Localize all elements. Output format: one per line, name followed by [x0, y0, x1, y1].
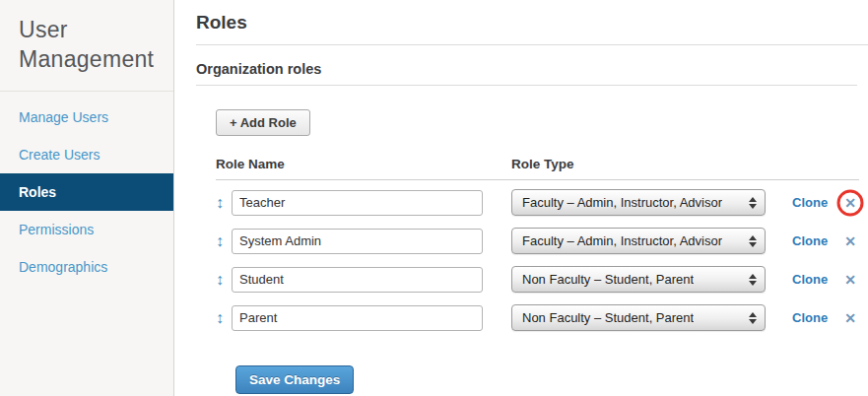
clone-link[interactable]: Clone	[792, 195, 832, 210]
role-row: ↕ Non Faculty – Student, Parent Clone ✕	[216, 266, 868, 293]
drag-handle-icon[interactable]: ↕	[216, 272, 232, 288]
delete-x-icon[interactable]: ✕	[844, 311, 856, 325]
role-type-selected-value: Non Faculty – Student, Parent	[512, 310, 694, 325]
role-type-selected-value: Non Faculty – Student, Parent	[512, 272, 694, 287]
sidebar-item-label: Demographics	[19, 259, 107, 275]
drag-handle-icon[interactable]: ↕	[216, 233, 232, 249]
page-title: Roles	[196, 12, 868, 33]
clone-link[interactable]: Clone	[792, 310, 832, 325]
sidebar-item-roles[interactable]: Roles	[0, 173, 173, 211]
role-type-select[interactable]: Non Faculty – Student, Parent	[511, 304, 766, 331]
sidebar-item-create-users[interactable]: Create Users	[0, 136, 173, 173]
role-name-input[interactable]	[232, 190, 483, 216]
delete-x-icon[interactable]: ✕	[844, 196, 856, 210]
divider	[196, 85, 857, 86]
section-title: Organization roles	[196, 61, 868, 77]
select-updown-arrows-icon	[749, 197, 757, 209]
sidebar-item-demographics[interactable]: Demographics	[0, 248, 173, 286]
delete-wrap: ✕	[841, 271, 859, 289]
divider	[216, 179, 859, 180]
sidebar-item-permissions[interactable]: Permissions	[0, 211, 173, 248]
sidebar-item-label: Roles	[19, 184, 56, 200]
role-type-selected-value: Faculty – Admin, Instructor, Advisor	[512, 233, 722, 248]
divider	[196, 44, 868, 45]
table-header: Role Name Role Type	[216, 157, 868, 171]
role-type-select[interactable]: Faculty – Admin, Instructor, Advisor	[511, 228, 766, 254]
role-name-input[interactable]	[232, 267, 483, 293]
sidebar-title: User Management	[0, 0, 173, 91]
role-type-select[interactable]: Non Faculty – Student, Parent	[511, 266, 766, 293]
drag-handle-icon[interactable]: ↕	[216, 195, 232, 211]
sidebar-nav: Manage Users Create Users Roles Permissi…	[0, 92, 173, 286]
role-row: ↕ Faculty – Admin, Instructor, Advisor C…	[216, 189, 868, 216]
delete-x-icon[interactable]: ✕	[844, 273, 856, 287]
column-header-role-name: Role Name	[216, 157, 483, 171]
sidebar-item-label: Manage Users	[19, 109, 108, 125]
select-updown-arrows-icon	[749, 235, 757, 247]
delete-wrap: ✕	[841, 232, 859, 250]
sidebar-item-manage-users[interactable]: Manage Users	[0, 99, 173, 136]
sidebar-item-label: Permissions	[19, 222, 94, 237]
role-row: ↕ Faculty – Admin, Instructor, Advisor C…	[216, 228, 868, 254]
save-changes-button[interactable]: Save Changes	[235, 365, 354, 394]
clone-link[interactable]: Clone	[792, 272, 832, 287]
role-row: ↕ Non Faculty – Student, Parent Clone ✕	[216, 304, 868, 331]
column-header-role-type: Role Type	[511, 157, 766, 171]
add-role-button[interactable]: + Add Role	[216, 109, 310, 136]
role-type-selected-value: Faculty – Admin, Instructor, Advisor	[512, 195, 722, 210]
main-content: Roles Organization roles + Add Role Role…	[175, 0, 868, 396]
sidebar-item-label: Create Users	[19, 147, 100, 163]
roles-table: + Add Role Role Name Role Type ↕ Faculty…	[216, 109, 868, 394]
sidebar: User Management Manage Users Create User…	[0, 0, 174, 396]
role-name-input[interactable]	[232, 229, 483, 254]
drag-handle-icon[interactable]: ↕	[216, 310, 232, 326]
role-type-select[interactable]: Faculty – Admin, Instructor, Advisor	[511, 189, 766, 216]
role-rows: ↕ Faculty – Admin, Instructor, Advisor C…	[216, 189, 868, 331]
select-updown-arrows-icon	[749, 274, 757, 286]
role-name-input[interactable]	[232, 305, 483, 331]
select-updown-arrows-icon	[749, 312, 757, 324]
delete-wrap: ✕	[841, 309, 859, 327]
delete-x-icon[interactable]: ✕	[844, 234, 856, 248]
delete-wrap: ✕	[841, 194, 859, 212]
clone-link[interactable]: Clone	[792, 233, 832, 248]
